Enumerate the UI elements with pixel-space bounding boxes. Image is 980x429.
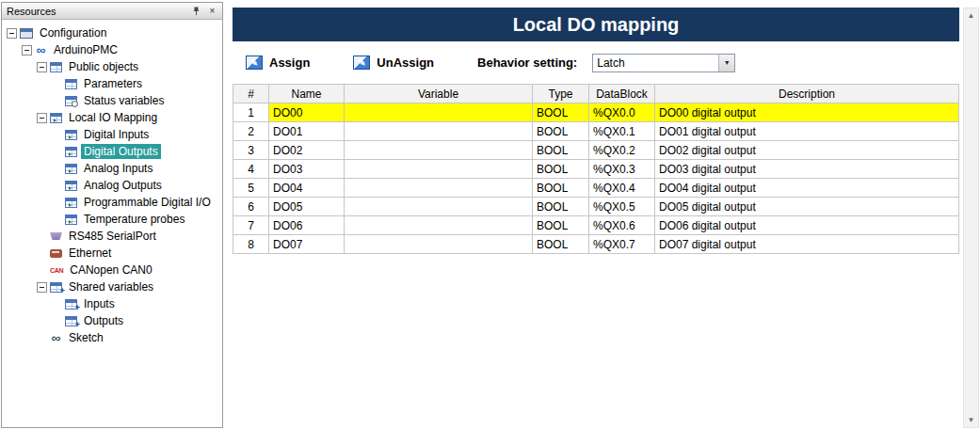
collapse-minus-icon[interactable] [37,62,47,72]
num-cell[interactable]: 1 [233,103,269,122]
variable-cell[interactable] [345,160,533,179]
tree-item-local-io-mapping[interactable]: Local IO Mapping [2,109,222,126]
datablock-cell[interactable]: %QX0.5 [589,198,655,216]
table-row[interactable]: 8DO07BOOL%QX0.7DO07 digital output [233,235,959,254]
tree-item-rs485-serialport[interactable]: RS485 SerialPort [2,228,222,245]
name-cell[interactable]: DO00 [269,103,345,122]
collapse-minus-icon[interactable] [37,113,47,123]
tree-item-label: Digital Outputs [81,144,161,159]
type-cell[interactable]: BOOL [533,216,589,235]
table-row[interactable]: 1DO00BOOL%QX0.0DO00 digital output [233,103,959,122]
tree-item-temperature-probes[interactable]: Temperature probes [2,211,222,228]
type-cell[interactable]: BOOL [533,141,589,160]
tree-item-inputs[interactable]: Inputs [2,295,222,312]
column-header-num[interactable]: # [233,85,269,103]
type-cell[interactable]: BOOL [533,235,589,254]
table-row[interactable]: 7DO06BOOL%QX0.6DO06 digital output [233,216,959,235]
type-cell[interactable]: BOOL [533,160,589,179]
variable-cell[interactable] [345,235,533,254]
unassign-pencil-icon [353,56,370,70]
datablock-cell[interactable]: %QX0.0 [589,103,655,122]
num-cell[interactable]: 8 [233,235,269,254]
description-cell[interactable]: DO04 digital output [655,179,959,198]
column-header-type[interactable]: Type [533,85,589,103]
behavior-setting-select[interactable]: Latch [592,54,735,72]
variable-cell[interactable] [345,198,533,216]
name-cell[interactable]: DO01 [269,122,345,141]
name-cell[interactable]: DO03 [269,160,345,179]
tree-item-ethernet[interactable]: Ethernet [2,245,222,262]
description-cell[interactable]: DO00 digital output [655,103,959,122]
pin-icon[interactable] [189,5,203,18]
table-row[interactable]: 5DO04BOOL%QX0.4DO04 digital output [233,179,959,198]
variable-cell[interactable] [345,141,533,160]
table-row[interactable]: 3DO02BOOL%QX0.2DO02 digital output [233,141,959,160]
tree-item-digital-inputs[interactable]: Digital Inputs [2,126,222,143]
tree-item-outputs[interactable]: Outputs [2,312,222,329]
scroll-down-icon[interactable] [964,413,978,427]
variable-cell[interactable] [345,179,533,198]
column-header-datablock[interactable]: DataBlock [589,85,655,103]
column-header-description[interactable]: Description [655,85,959,103]
name-cell[interactable]: DO02 [269,141,345,160]
variable-cell[interactable] [345,122,533,141]
datablock-cell[interactable]: %QX0.3 [589,160,655,179]
description-cell[interactable]: DO06 digital output [655,216,959,235]
collapse-minus-icon[interactable] [22,45,32,56]
tree-item-sketch[interactable]: ∞Sketch [2,329,222,346]
num-cell[interactable]: 7 [233,216,269,235]
description-cell[interactable]: DO02 digital output [655,141,959,160]
vertical-scrollbar[interactable] [963,8,979,428]
tree-item-digital-outputs[interactable]: Digital Outputs [2,143,222,160]
description-cell[interactable]: DO03 digital output [655,160,959,179]
tree-item-shared-variables[interactable]: Shared variables [2,278,222,295]
datablock-cell[interactable]: %QX0.7 [589,235,655,254]
description-cell[interactable]: DO01 digital output [655,122,959,141]
can-icon: CAN [50,264,63,276]
name-cell[interactable]: DO06 [269,216,345,235]
unassign-button[interactable]: UnAssign [353,56,434,70]
configuration-icon [20,28,33,39]
type-cell[interactable]: BOOL [533,122,589,141]
tree-item-arduinopmc[interactable]: ∞ArduinoPMC [2,41,222,58]
type-cell[interactable]: BOOL [533,198,589,216]
tree-item-label: Temperature probes [81,212,187,227]
tree-item-parameters[interactable]: Parameters [2,75,222,92]
variable-cell[interactable] [345,216,533,235]
type-cell[interactable]: BOOL [533,103,589,122]
name-cell[interactable]: DO07 [269,235,345,254]
close-icon[interactable]: × [205,5,219,18]
num-cell[interactable]: 5 [233,179,269,198]
num-cell[interactable]: 3 [233,141,269,160]
name-cell[interactable]: DO05 [269,198,345,216]
num-cell[interactable]: 4 [233,160,269,179]
datablock-cell[interactable]: %QX0.1 [589,122,655,141]
tree-item-canopen-can0[interactable]: CANCANopen CAN0 [2,262,222,278]
description-cell[interactable]: DO05 digital output [655,198,959,216]
column-header-name[interactable]: Name [269,85,345,103]
type-cell[interactable]: BOOL [533,179,589,198]
num-cell[interactable]: 6 [233,198,269,216]
description-cell[interactable]: DO07 digital output [655,235,959,254]
datablock-cell[interactable]: %QX0.6 [589,216,655,235]
table-row[interactable]: 2DO01BOOL%QX0.1DO01 digital output [233,122,959,141]
name-cell[interactable]: DO04 [269,179,345,198]
table-row[interactable]: 6DO05BOOL%QX0.5DO05 digital output [233,198,959,216]
shared-variables-icon [50,282,62,293]
tree-item-analog-outputs[interactable]: Analog Outputs [2,177,222,194]
collapse-minus-icon[interactable] [7,28,17,39]
collapse-minus-icon[interactable] [37,282,47,293]
tree-item-status-variables[interactable]: Status variables [2,92,222,109]
assign-button[interactable]: Assign [246,56,310,70]
datablock-cell[interactable]: %QX0.4 [589,179,655,198]
table-row[interactable]: 4DO03BOOL%QX0.3DO03 digital output [233,160,959,179]
scroll-up-icon[interactable] [964,8,978,23]
variable-cell[interactable] [345,103,533,122]
tree-item-configuration[interactable]: Configuration [2,24,222,41]
datablock-cell[interactable]: %QX0.2 [589,141,655,160]
tree-item-programmable-digital-i-o[interactable]: Programmable Digital I/O [2,194,222,211]
column-header-variable[interactable]: Variable [345,85,533,103]
num-cell[interactable]: 2 [233,122,269,141]
tree-item-public-objects[interactable]: Public objects [2,58,222,75]
tree-item-analog-inputs[interactable]: Analog Inputs [2,160,222,177]
